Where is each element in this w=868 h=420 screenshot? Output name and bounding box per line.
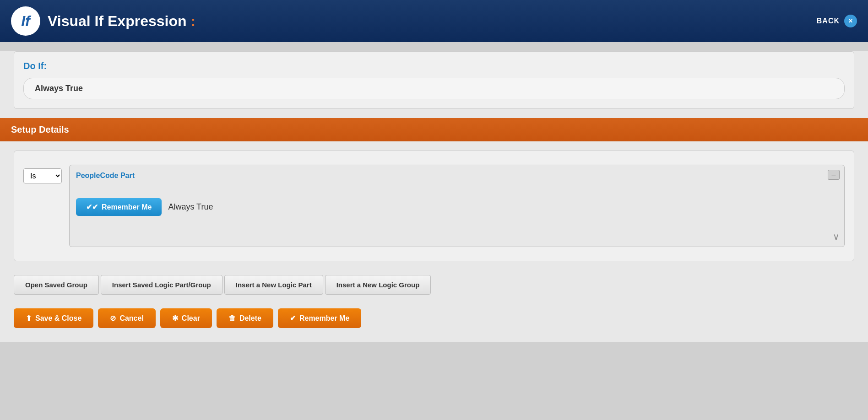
logo: If	[11, 6, 40, 36]
logic-row: Is Is Not PeopleCode Part – ✔✔ Remember …	[23, 165, 845, 247]
chevron-down-icon[interactable]: ∨	[833, 231, 840, 242]
cancel-button[interactable]: ⊘ Cancel	[98, 308, 155, 328]
remember-me-blue-button[interactable]: ✔✔ Remember Me	[76, 198, 162, 216]
always-true-inline: Always True	[168, 202, 213, 212]
main-content: Do If: Always True Setup Details Is Is N…	[0, 51, 868, 342]
cancel-icon: ⊘	[110, 314, 116, 323]
delete-button[interactable]: 🗑 Delete	[217, 308, 273, 328]
remember-me-row: ✔✔ Remember Me Always True	[76, 198, 838, 216]
save-close-button[interactable]: ⬆ Save & Close	[14, 308, 93, 328]
always-true-display: Always True	[23, 78, 845, 99]
peoplecode-label: PeopleCode Part	[76, 172, 838, 180]
title-colon: :	[190, 13, 195, 29]
remember-me-button[interactable]: ✔ Remember Me	[278, 308, 361, 328]
collapse-button[interactable]: –	[828, 170, 840, 180]
insert-new-logic-group-button[interactable]: Insert a New Logic Group	[325, 275, 431, 295]
app-title: Visual If Expression :	[48, 13, 195, 30]
bottom-buttons-row: ⬆ Save & Close ⊘ Cancel ✱ Clear 🗑 Delete…	[0, 299, 868, 342]
do-if-label: Do If:	[23, 61, 845, 71]
peoplecode-box: PeopleCode Part – ✔✔ Remember Me Always …	[69, 165, 845, 247]
is-select[interactable]: Is Is Not	[23, 168, 62, 183]
action-buttons-row: Open Saved Group Insert Saved Logic Part…	[0, 270, 868, 299]
header-left: If Visual If Expression :	[11, 6, 195, 36]
save-icon: ⬆	[26, 314, 32, 323]
open-saved-group-button[interactable]: Open Saved Group	[14, 275, 99, 295]
clear-button[interactable]: ✱ Clear	[160, 308, 212, 328]
delete-icon: 🗑	[228, 314, 236, 323]
setup-details-bar: Setup Details	[0, 118, 868, 141]
close-button[interactable]: ×	[844, 15, 857, 27]
checkmark-icon: ✔✔	[86, 203, 98, 211]
header: If Visual If Expression : BACK ×	[0, 0, 868, 42]
do-if-section: Do If: Always True	[14, 51, 854, 109]
remember-icon: ✔	[290, 314, 296, 323]
clear-icon: ✱	[172, 314, 178, 323]
back-label[interactable]: BACK	[817, 17, 840, 25]
insert-saved-logic-button[interactable]: Insert Saved Logic Part/Group	[101, 275, 222, 295]
setup-content: Is Is Not PeopleCode Part – ✔✔ Remember …	[14, 151, 854, 261]
insert-new-logic-part-button[interactable]: Insert a New Logic Part	[224, 275, 323, 295]
header-right: BACK ×	[817, 15, 857, 27]
